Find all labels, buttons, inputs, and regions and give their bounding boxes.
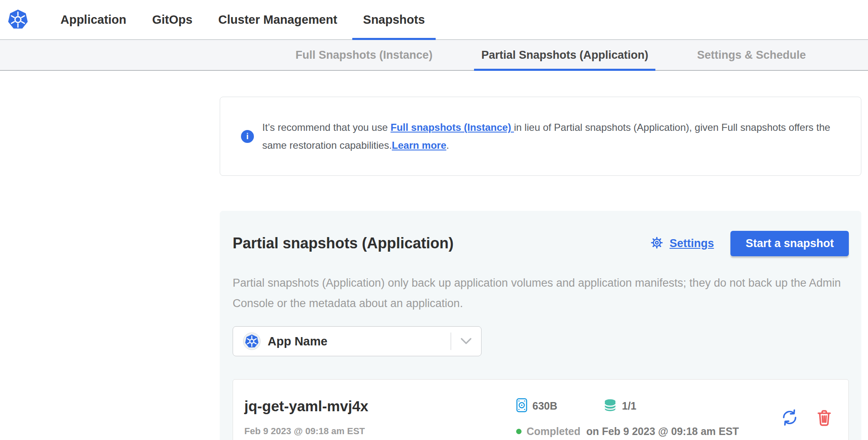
snapshots-subnav: Full Snapshots (Instance) Partial Snapsh…: [0, 40, 868, 71]
snapshot-actions: [780, 408, 838, 427]
snapshot-status: Completed on Feb 9 2023 @ 09:18 am EST: [516, 425, 780, 438]
snapshot-volumes-value: 1/1: [622, 400, 637, 412]
snapshot-row-main: jq-get-yaml-mvj4x: [244, 398, 780, 438]
delete-snapshot-button[interactable]: [816, 409, 833, 427]
settings-link-label: Settings: [670, 237, 714, 250]
top-navigation: Application GitOps Cluster Management Sn…: [0, 0, 868, 40]
nav-item-snapshots[interactable]: Snapshots: [352, 0, 436, 39]
app-select-value: App Name: [268, 335, 327, 348]
snapshot-metrics: 630B: [516, 398, 780, 414]
restore-icon: [780, 422, 799, 428]
panel-header: Partial snapshots (Application): [233, 225, 849, 262]
chevron-down-icon[interactable]: [451, 338, 481, 345]
trash-icon: [816, 422, 833, 428]
banner-text-before: It’s recommend that you use: [262, 122, 391, 133]
page-content: i It’s recommend that you use Full snaps…: [220, 97, 861, 440]
partial-snapshots-panel: Partial snapshots (Application): [220, 211, 861, 440]
full-snapshots-instance-link[interactable]: Full snapshots (Instance): [391, 122, 514, 133]
gear-icon: [649, 235, 665, 252]
app-kubernetes-icon: [243, 332, 261, 350]
status-dot-icon: [516, 429, 522, 434]
snapshot-size: 630B: [516, 398, 557, 414]
tab-full-snapshots-instance[interactable]: Full Snapshots (Instance): [288, 40, 440, 70]
info-icon: i: [241, 130, 254, 143]
tab-settings-schedule[interactable]: Settings & Schedule: [690, 40, 813, 70]
panel-description: Partial snapshots (Application) only bac…: [233, 273, 849, 314]
snapshot-row[interactable]: jq-get-yaml-mvj4x: [233, 379, 849, 440]
panel-title: Partial snapshots (Application): [233, 235, 454, 252]
main-nav: Application GitOps Cluster Management Sn…: [48, 0, 438, 39]
snapshot-status-label: Completed: [527, 425, 580, 438]
snapshot-started-date: Feb 9 2023 @ 09:18 am EST: [244, 426, 516, 437]
app-name-select[interactable]: App Name: [233, 326, 482, 356]
snapshot-status-detail: on Feb 9 2023 @ 09:18 am EST: [586, 425, 739, 438]
snapshot-volumes: 1/1: [603, 398, 637, 414]
start-snapshot-button[interactable]: Start a snapshot: [730, 231, 849, 256]
learn-more-link[interactable]: Learn more: [392, 140, 447, 151]
info-banner-text: It’s recommend that you use Full snapsho…: [262, 118, 838, 154]
kubernetes-logo-icon: [8, 9, 28, 30]
snapshot-settings-link[interactable]: Settings: [649, 235, 714, 252]
nav-item-application[interactable]: Application: [50, 0, 137, 39]
restore-snapshot-button[interactable]: [780, 408, 799, 427]
nav-item-gitops[interactable]: GitOps: [141, 0, 203, 39]
tab-partial-snapshots-application[interactable]: Partial Snapshots (Application): [474, 40, 655, 70]
snapshot-name: jq-get-yaml-mvj4x: [244, 398, 516, 415]
database-icon: [603, 398, 617, 414]
banner-text-after: .: [447, 140, 449, 151]
info-banner: i It’s recommend that you use Full snaps…: [220, 97, 861, 176]
snapshot-size-value: 630B: [532, 400, 557, 412]
disk-icon: [516, 398, 527, 414]
nav-item-cluster-management[interactable]: Cluster Management: [208, 0, 348, 39]
